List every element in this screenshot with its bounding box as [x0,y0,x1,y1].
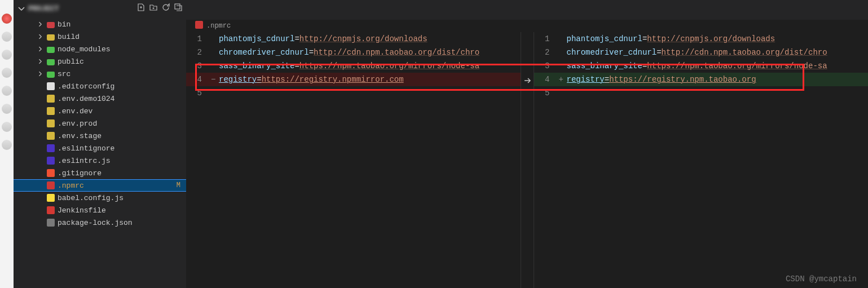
breadcrumb-filename: .npmrc [206,22,231,30]
line-content: phantomjs_cdnurl=http://cnpmjs.org/downl… [219,34,521,43]
tree-item-label: .eslintrc.js [58,157,186,165]
tree-item-label: .eslintignore [58,144,186,153]
line-number: 3 [186,61,211,70]
file-item--gitignore[interactable]: .gitignore [14,167,186,179]
file-item--env-prod[interactable]: .env.prod [14,117,186,130]
tree-item-label: .env.dev [58,107,186,116]
project-name: PROJECT [28,5,134,13]
jenkins-icon [46,206,55,215]
file-item-package-lock-json[interactable]: package-lock.json [14,216,186,229]
avatar [2,50,12,60]
code-line[interactable]: 4−registry=https://registry.npmmirror.co… [186,73,521,86]
watermark: CSDN @ymcaptain [786,274,857,283]
line-number: 5 [534,88,559,98]
explorer-header[interactable]: PROJECT [14,0,186,17]
plus-icon: + [559,75,567,84]
diff-arrow-icon [521,32,534,288]
file-item--editorconfig[interactable]: .editorconfig [14,80,186,92]
sidebar-strip [0,0,14,288]
tree-item-label: .npmrc [58,181,174,190]
chevron-right-icon [36,33,44,40]
editorconfig-icon [46,82,55,91]
env-icon [46,94,55,103]
line-number: 2 [186,48,211,57]
chevron-right-icon [36,21,44,28]
file-item--env-stage[interactable]: .env.stage [14,130,186,142]
tree-item-label: babel.config.js [58,194,186,202]
chevron-down-icon [17,4,26,13]
line-number: 1 [186,34,211,43]
code-line[interactable]: 5 [186,86,521,100]
new-file-icon[interactable] [136,3,146,14]
file-tree: binbuildnode_modulespublicsrc.editorconf… [14,17,186,288]
env-icon [46,131,55,140]
file-item--eslintrc-js[interactable]: .eslintrc.js [14,154,186,167]
git-icon [46,169,55,178]
collapse-all-icon[interactable] [174,3,183,14]
avatar [2,86,12,96]
avatar [2,104,12,114]
tab-strip [186,0,868,20]
modified-badge: M [177,181,186,189]
code-line[interactable]: 3sass_binary_site=https://npm.taobao.org… [186,59,521,73]
line-content: phantomjs_cdnurl=http://cnpmjs.org/downl… [567,34,869,43]
code-line[interactable]: 1phantomjs_cdnurl=http://cnpmjs.org/down… [186,32,521,46]
folder-item-node-modules[interactable]: node_modules [14,43,186,55]
tree-item-label: .env.demo1024 [58,95,186,103]
code-line[interactable]: 3sass_binary_site=https://npm.taobao.org… [534,59,869,73]
npm-icon [195,21,203,31]
file-item-jenkinsfile[interactable]: Jenkinsfile [14,204,186,216]
line-number: 4 [534,75,559,84]
folder-item-bin[interactable]: bin [14,18,186,30]
diff-pane-left[interactable]: 1phantomjs_cdnurl=http://cnpmjs.org/down… [186,32,521,288]
file-item--env-dev[interactable]: .env.dev [14,105,186,117]
babel-icon [46,193,55,202]
folder-green-icon [46,57,55,66]
new-folder-icon[interactable] [149,3,158,14]
chevron-right-icon [36,58,44,65]
file-item--npmrc[interactable]: .npmrcM [14,179,186,192]
chevron-right-icon [36,46,44,52]
line-content: registry=https://registry.npm.taobao.org [567,75,869,84]
diff-pane-right[interactable]: 1phantomjs_cdnurl=http://cnpmjs.org/down… [534,32,869,288]
avatar [2,14,12,24]
line-number: 1 [534,34,559,43]
code-line[interactable]: 5 [534,86,869,100]
line-content: sass_binary_site=https://npm.taobao.org/… [219,61,521,70]
file-item--eslintignore[interactable]: .eslintignore [14,142,186,154]
breadcrumb[interactable]: .npmrc [186,20,868,32]
env-icon [46,107,55,116]
folder-green-icon [46,69,55,78]
line-number: 3 [534,61,559,70]
line-content: registry=https://registry.npmmirror.com [219,75,521,84]
tree-item-label: build [58,33,186,41]
folder-item-public[interactable]: public [14,55,186,68]
refresh-icon[interactable] [161,3,170,14]
code-line[interactable]: 1phantomjs_cdnurl=http://cnpmjs.org/down… [534,32,869,46]
file-item-babel-config-js[interactable]: babel.config.js [14,192,186,204]
folder-yellow-icon [46,32,55,41]
eslint-icon [46,156,55,165]
folder-item-src[interactable]: src [14,68,186,80]
tree-item-label: bin [58,20,186,29]
avatar [2,32,12,42]
tree-item-label: src [58,70,186,78]
eslint-icon [46,144,55,153]
folder-item-build[interactable]: build [14,30,186,43]
code-line[interactable]: 2chromedriver_cdnurl=http://cdn.npm.taob… [534,46,869,59]
file-explorer: PROJECT binbuildnode_modulespublicsrc.ed… [14,0,186,288]
line-content: chromedriver_cdnurl=http://cdn.npm.taoba… [567,48,869,57]
line-content: chromedriver_cdnurl=http://cdn.npm.taoba… [219,48,521,57]
tree-item-label: node_modules [58,45,186,54]
line-content: sass_binary_site=https://npm.taobao.org/… [567,61,869,70]
env-icon [46,119,55,128]
chevron-right-icon [36,70,44,77]
avatar [2,140,12,150]
file-item--env-demo1024[interactable]: .env.demo1024 [14,92,186,105]
npm-icon [46,181,55,190]
tree-item-label: .gitignore [58,169,186,178]
code-line[interactable]: 4+registry=https://registry.npm.taobao.o… [534,73,869,86]
avatar [2,68,12,78]
tree-item-label: .editorconfig [58,82,186,91]
code-line[interactable]: 2chromedriver_cdnurl=http://cdn.npm.taob… [186,46,521,59]
